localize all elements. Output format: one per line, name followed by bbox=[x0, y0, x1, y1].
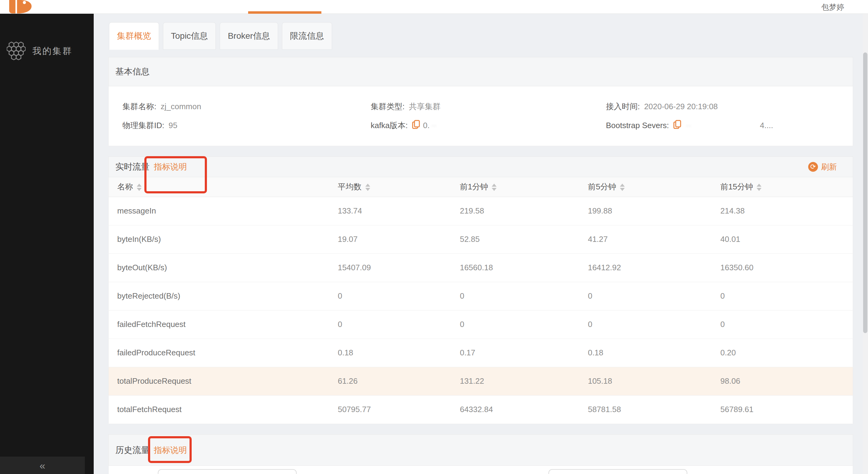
info-field-label: kafka版本: bbox=[371, 120, 408, 131]
metric-value-cell: 214.38 bbox=[720, 197, 853, 225]
sort-arrows-icon[interactable] bbox=[756, 183, 762, 191]
basic-info-body: 集群名称:zj_common集群类型:共享集群接入时间:2020-06-29 2… bbox=[108, 86, 853, 146]
tab-topic-info[interactable]: Topic信息 bbox=[163, 22, 216, 50]
info-field: Bootstrap Severs:··4.... bbox=[606, 120, 853, 131]
sort-arrows-icon[interactable] bbox=[620, 183, 625, 191]
history-traffic-header: 历史流量 指标说明 bbox=[108, 434, 853, 466]
info-field-label: 接入时间: bbox=[606, 101, 640, 112]
metric-value-cell: 0.18 bbox=[338, 339, 460, 367]
metric-value-cell: 52.85 bbox=[460, 225, 588, 253]
column-header-label: 平均数 bbox=[338, 182, 362, 191]
basic-info-header: 基本信息 bbox=[108, 57, 853, 86]
sort-arrows-icon[interactable] bbox=[492, 183, 497, 191]
info-field-value: 95 bbox=[168, 121, 177, 130]
table-row: messageIn133.74219.58199.88214.38 bbox=[108, 197, 853, 225]
sort-arrows-icon[interactable] bbox=[137, 183, 142, 191]
info-field: 物理集群ID:95 bbox=[122, 120, 371, 131]
tab-bar: 集群概览Topic信息Broker信息限流信息 bbox=[109, 22, 332, 50]
info-field-value: 0. bbox=[423, 121, 430, 130]
redacted-text: ·· bbox=[686, 121, 691, 130]
brand-logo-icon[interactable] bbox=[4, 0, 36, 14]
table-row: failedProduceRequest0.180.170.180.20 bbox=[108, 339, 853, 367]
sidebar: 我的集群 « bbox=[0, 13, 94, 474]
info-field: 集群名称:zj_common bbox=[122, 101, 371, 112]
top-header: 包梦婷 bbox=[0, 0, 868, 14]
section-title: 历史流量 bbox=[115, 444, 150, 456]
metric-value-cell: 0 bbox=[588, 310, 720, 339]
column-header-name[interactable]: 名称 bbox=[108, 177, 338, 197]
info-field-value: 共享集群 bbox=[409, 101, 441, 112]
metric-value-cell: 0 bbox=[460, 282, 588, 310]
metric-doc-link[interactable]: 指标说明 bbox=[154, 445, 187, 456]
info-field-label: 物理集群ID: bbox=[122, 120, 164, 131]
table-row: totalProduceRequest61.26131.22105.1898.0… bbox=[108, 367, 853, 395]
column-header-avg[interactable]: 平均数 bbox=[338, 177, 460, 197]
tab-cluster-overview[interactable]: 集群概览 bbox=[109, 22, 159, 50]
info-field-value: zj_common bbox=[160, 102, 201, 111]
column-header-last-1min[interactable]: 前1分钟 bbox=[460, 177, 588, 197]
tab-broker-info[interactable]: Broker信息 bbox=[220, 22, 278, 50]
refresh-button[interactable]: ⟳ 刷新 bbox=[808, 162, 837, 172]
metric-value-cell: 50795.77 bbox=[338, 395, 460, 424]
metric-doc-link[interactable]: 指标说明 bbox=[154, 161, 187, 172]
column-header-label: 前5分钟 bbox=[588, 182, 616, 191]
section-title: 实时流量 bbox=[115, 161, 150, 173]
refresh-label: 刷新 bbox=[821, 162, 837, 172]
copy-icon[interactable] bbox=[412, 120, 420, 131]
history-chart-card bbox=[549, 469, 687, 474]
sidebar-item-label: 我的集群 bbox=[32, 45, 73, 57]
metric-value-cell: 19.07 bbox=[338, 225, 460, 253]
metric-value-cell: 0.20 bbox=[720, 339, 853, 367]
honeycomb-icon bbox=[7, 41, 26, 61]
collapse-chevrons-icon: « bbox=[40, 460, 45, 471]
redacted-text: ·· bbox=[432, 121, 436, 130]
copy-icon[interactable] bbox=[673, 120, 681, 131]
metric-value-cell: 16350.60 bbox=[720, 253, 853, 282]
realtime-traffic-header: 实时流量 指标说明 ⟳ 刷新 bbox=[108, 157, 853, 177]
metric-value-cell: 64332.84 bbox=[460, 395, 588, 424]
info-field-value: 4.... bbox=[760, 121, 773, 130]
sort-arrows-icon[interactable] bbox=[365, 183, 370, 191]
column-header-last-15min[interactable]: 前15分钟 bbox=[720, 177, 853, 197]
metric-value-cell: 40.01 bbox=[720, 225, 853, 253]
metric-value-cell: 199.88 bbox=[588, 197, 720, 225]
metric-name-cell: byteRejected(B/s) bbox=[108, 282, 338, 310]
sidebar-collapse-button[interactable]: « bbox=[0, 456, 85, 474]
metric-value-cell: 16560.18 bbox=[460, 253, 588, 282]
info-field-value: 2020-06-29 20:19:08 bbox=[644, 102, 717, 111]
section-title: 基本信息 bbox=[115, 66, 150, 77]
basic-info-section: 基本信息 集群名称:zj_common集群类型:共享集群接入时间:2020-06… bbox=[108, 57, 853, 146]
tab-throttle-info[interactable]: 限流信息 bbox=[282, 22, 332, 50]
info-field-label: 集群名称: bbox=[122, 101, 156, 112]
active-nav-indicator bbox=[248, 11, 321, 14]
column-header-label: 名称 bbox=[117, 182, 133, 191]
metric-value-cell: 0 bbox=[588, 282, 720, 310]
user-name[interactable]: 包梦婷 bbox=[821, 2, 844, 12]
metric-value-cell: 56789.61 bbox=[720, 395, 853, 424]
metric-name-cell: failedProduceRequest bbox=[108, 339, 338, 367]
metric-value-cell: 0.18 bbox=[588, 339, 720, 367]
metric-value-cell: 0 bbox=[338, 282, 460, 310]
table-row: byteOut(KB/s)15407.0916560.1816412.92163… bbox=[108, 253, 853, 282]
metric-value-cell: 131.22 bbox=[460, 367, 588, 395]
history-chart-card bbox=[158, 469, 297, 474]
metric-name-cell: totalProduceRequest bbox=[108, 367, 338, 395]
metric-value-cell: 0 bbox=[720, 310, 853, 339]
sidebar-item-my-clusters[interactable]: 我的集群 bbox=[0, 40, 94, 63]
scrollbar-thumb[interactable] bbox=[863, 53, 867, 333]
metric-value-cell: 0.17 bbox=[460, 339, 588, 367]
metric-value-cell: 15407.09 bbox=[338, 253, 460, 282]
metric-name-cell: messageIn bbox=[108, 197, 338, 225]
metric-value-cell: 0 bbox=[338, 310, 460, 339]
metric-name-cell: failedFetchRequest bbox=[108, 310, 338, 339]
metric-name-cell: byteOut(KB/s) bbox=[108, 253, 338, 282]
metric-value-cell: 0 bbox=[720, 282, 853, 310]
table-row: byteRejected(B/s)0000 bbox=[108, 282, 853, 310]
metrics-table: 名称平均数前1分钟前5分钟前15分钟 messageIn133.74219.58… bbox=[108, 177, 853, 424]
column-header-last-5min[interactable]: 前5分钟 bbox=[588, 177, 720, 197]
info-field-label: 集群类型: bbox=[371, 101, 405, 112]
scrollbar-track[interactable] bbox=[863, 13, 868, 474]
app-root: 包梦婷 bbox=[0, 0, 868, 474]
metric-name-cell: byteIn(KB/s) bbox=[108, 225, 338, 253]
metric-value-cell: 98.06 bbox=[720, 367, 853, 395]
